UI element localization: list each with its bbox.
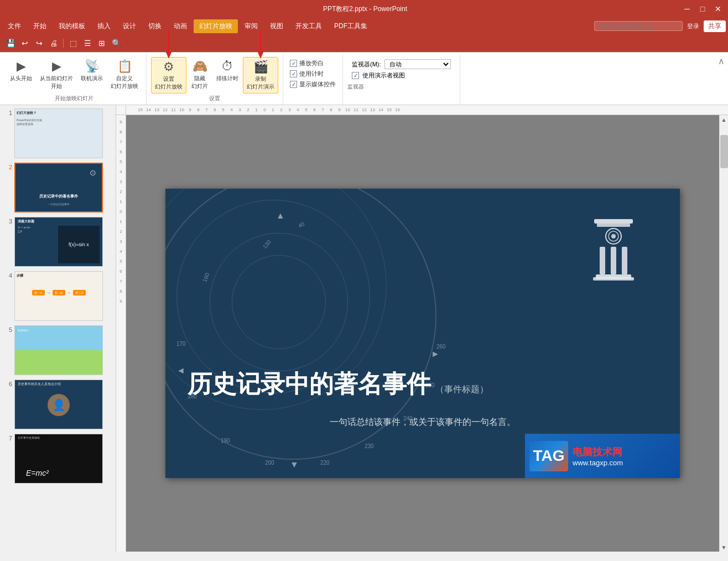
tag-site-name: 电脑技术网 <box>573 445 623 459</box>
rehearse-icon: ⏱ <box>221 59 233 74</box>
record-slideshow-icon: 🎬 <box>253 60 268 74</box>
main-content-area: 15 14 13 12 11 10 9 8 7 6 5 4 3 2 1 0 1 … <box>116 105 728 552</box>
degree-mark: 190 <box>221 438 230 444</box>
online-present-button[interactable]: 📡 联机演示 <box>77 57 106 85</box>
qat-extra4[interactable]: 🔍 <box>110 37 122 49</box>
from-current-icon: ▶ <box>52 59 61 74</box>
online-present-icon: 📡 <box>85 59 100 74</box>
from-start-button[interactable]: ▶ 从头开始 <box>7 57 35 85</box>
close-button[interactable]: ✕ <box>713 3 724 14</box>
collapse-ribbon-button[interactable]: ∧ <box>718 56 725 66</box>
playback-narration-checkbox[interactable] <box>290 60 297 67</box>
qat-extra3[interactable]: ⊞ <box>96 37 108 49</box>
from-start-icon: ▶ <box>17 59 26 74</box>
menu-slideshow[interactable]: 幻灯片放映 <box>194 19 238 33</box>
menu-design[interactable]: 设计 <box>117 19 142 33</box>
tag-watermark: TAG 电脑技术网 www.tagxp.com <box>525 434 680 478</box>
search-input[interactable] <box>594 21 683 31</box>
slide-thumb-6[interactable]: 6 历史事件相关名人及地点介绍 👤 <box>2 378 113 430</box>
minimize-button[interactable]: ─ <box>682 3 693 14</box>
presenter-view-checkbox[interactable] <box>352 72 359 79</box>
slide-thumb-3[interactable]: 3 演题大标题 f(x)=sin x X² = a²+b² ∑∫∂ <box>2 216 113 268</box>
menu-file[interactable]: 文件 <box>2 19 27 33</box>
custom-slideshow-icon: 📋 <box>117 59 132 74</box>
slides-panel: 1 幻灯片放映？ PowerPoint演示文稿 放映设置选项 2 ⊙ 历史记录中… <box>0 105 116 552</box>
compass-arrow-3: ▼ <box>290 460 299 470</box>
rehearse-button[interactable]: ⏱ 排练计时 <box>213 57 242 85</box>
monitor-dropdown[interactable]: 自动 <box>384 59 451 69</box>
start-slideshow-items: ▶ 从头开始 ▶ 从当前幻灯片开始 📡 联机演示 📋 自定义幻灯片放映 <box>7 57 142 94</box>
slide-subtitle-text: 一句话总结该事件，或关于该事件的一句名言。 <box>330 417 516 427</box>
svg-rect-13 <box>593 277 634 280</box>
ribbon-collapse-area: ∧ <box>717 55 726 105</box>
menu-search-area: 登录 共享 <box>594 20 726 32</box>
qat-extra1[interactable]: ⬚ <box>67 37 79 49</box>
menu-devtools[interactable]: 开发工具 <box>290 19 327 33</box>
setup-slideshow-label: 设置幻灯片放映 <box>155 75 183 91</box>
scroll-thumb[interactable] <box>720 135 728 168</box>
svg-rect-5 <box>597 224 630 227</box>
share-button[interactable]: 共享 <box>704 20 726 32</box>
from-start-label: 从头开始 <box>10 75 32 82</box>
tag-text-area: 电脑技术网 www.tagxp.com <box>573 445 623 467</box>
canvas-area: 40 130 160 170 180 190 200 220 230 240 2… <box>126 115 719 552</box>
qat-extra2[interactable]: ☰ <box>81 37 93 49</box>
menu-switch[interactable]: 切换 <box>143 19 167 33</box>
menu-start[interactable]: 开始 <box>28 19 52 33</box>
vertical-scrollbar[interactable]: ▲ ▼ <box>719 115 728 552</box>
compass-arrow-4: ► <box>431 349 440 359</box>
svg-rect-9 <box>600 247 605 274</box>
menu-insert[interactable]: 插入 <box>92 19 116 33</box>
slide-thumb-1[interactable]: 1 幻灯片放映？ PowerPoint演示文稿 放映设置选项 <box>2 107 113 159</box>
setup-slideshow-button[interactable]: ⚙ 设置幻灯片放映 <box>151 57 186 94</box>
show-media-controls-label: 显示媒体控件 <box>299 80 336 89</box>
menu-review[interactable]: 审阅 <box>239 19 263 33</box>
from-current-button[interactable]: ▶ 从当前幻灯片开始 <box>37 57 76 92</box>
hide-slide-button[interactable]: 🙈 隐藏幻灯片 <box>188 57 212 92</box>
vertical-ruler: 9 8 7 6 5 4 3 2 1 0 1 2 3 4 5 6 7 8 9 <box>116 115 126 552</box>
slide-main-title[interactable]: 历史记录中的著名事件 （事件标题） <box>188 368 669 401</box>
degree-mark: 200 <box>265 460 274 466</box>
slide-thumb-4[interactable]: 4 步骤 第一步 → 第二步 → 第三步 <box>2 270 113 322</box>
options-checkboxes: 播放旁白 使用计时 显示媒体控件 <box>288 57 338 91</box>
show-media-controls-checkbox[interactable] <box>290 81 297 88</box>
slide-thumb-2[interactable]: 2 ⊙ 历史记录中的著名事件 一句话总结该事件 <box>2 162 113 214</box>
custom-slideshow-label: 自定义幻灯片放映 <box>111 75 138 90</box>
print-button[interactable]: 🖨 <box>48 37 60 49</box>
menu-mytemplate[interactable]: 我的模板 <box>53 19 91 33</box>
quick-access-toolbar: 💾 ↩ ↪ 🖨 ⬚ ☰ ⊞ 🔍 <box>0 34 728 52</box>
undo-button[interactable]: ↩ <box>19 37 31 49</box>
record-slideshow-button[interactable]: 🎬 录制幻灯片演示 <box>243 57 278 94</box>
redo-button[interactable]: ↪ <box>33 37 45 49</box>
maximize-button[interactable]: □ <box>697 3 708 14</box>
login-button[interactable]: 登录 <box>687 22 699 30</box>
degree-mark: 230 <box>365 443 374 449</box>
slide-thumb-7[interactable]: 7 光年事件发展轴线 E=mc² <box>2 433 113 485</box>
separator <box>63 39 64 48</box>
slide-preview-5: 风景照片 <box>14 325 103 375</box>
ribbon: ▶ 从头开始 ▶ 从当前幻灯片开始 📡 联机演示 📋 自定义幻灯片放映 开始放映… <box>0 52 728 105</box>
horizontal-ruler: 15 14 13 12 11 10 9 8 7 6 5 4 3 2 1 0 1 … <box>116 105 728 115</box>
use-timing-check[interactable]: 使用计时 <box>290 70 336 78</box>
monitor-select-row: 监视器(M): 自动 <box>352 59 451 69</box>
svg-marker-1 <box>165 51 172 59</box>
slide-preview-4: 步骤 第一步 → 第二步 → 第三步 <box>14 271 103 321</box>
slide-num-7: 7 <box>3 434 12 441</box>
slides-panel-wrapper: 1 幻灯片放映？ PowerPoint演示文稿 放映设置选项 2 ⊙ 历史记录中… <box>0 105 116 552</box>
save-button[interactable]: 💾 <box>4 37 17 49</box>
show-media-controls-check[interactable]: 显示媒体控件 <box>290 80 336 89</box>
menu-view[interactable]: 视图 <box>264 19 289 33</box>
slide-thumb-5[interactable]: 5 风景照片 <box>2 324 113 376</box>
setup-slideshow-icon: ⚙ <box>163 60 174 74</box>
menu-animation[interactable]: 动画 <box>168 19 193 33</box>
slide-canvas[interactable]: 40 130 160 170 180 190 200 220 230 240 2… <box>165 189 680 478</box>
playback-narration-check[interactable]: 播放旁白 <box>290 59 336 67</box>
custom-slideshow-button[interactable]: 📋 自定义幻灯片放映 <box>107 57 142 92</box>
slide-preview-7: 光年事件发展轴线 E=mc² <box>14 434 103 484</box>
menu-pdf[interactable]: PDF工具集 <box>329 19 373 33</box>
use-timing-label: 使用计时 <box>299 70 324 78</box>
svg-rect-10 <box>611 247 616 274</box>
slide-subtitle[interactable]: 一句话总结该事件，或关于该事件的一句名言。 <box>188 417 658 428</box>
use-timing-checkbox[interactable] <box>290 70 297 77</box>
ribbon-content: ▶ 从头开始 ▶ 从当前幻灯片开始 📡 联机演示 📋 自定义幻灯片放映 开始放映… <box>0 52 728 105</box>
